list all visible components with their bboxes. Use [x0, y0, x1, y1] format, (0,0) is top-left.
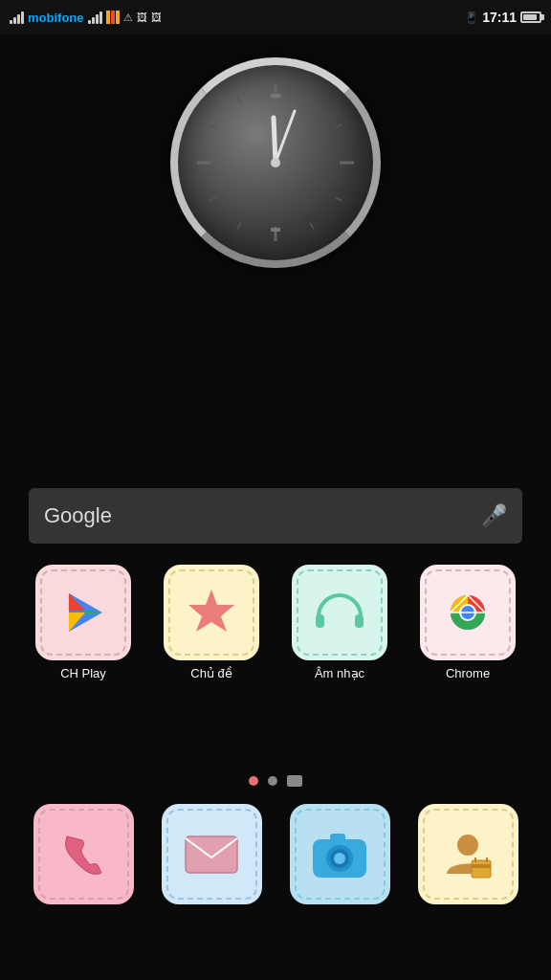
dock-item-contacts[interactable] [418, 804, 518, 904]
svg-marker-21 [188, 590, 234, 632]
svg-rect-23 [355, 614, 364, 628]
app-item-chrome[interactable]: Chrome [420, 565, 516, 680]
phone-icon: 📱 [465, 11, 478, 24]
google-label: Google [44, 503, 112, 528]
chplay-icon-wrapper[interactable] [35, 565, 131, 660]
bottom-dock [0, 804, 551, 904]
dock-item-camera[interactable] [290, 804, 390, 904]
chplay-icon [55, 584, 112, 641]
status-bar: mobifone ⚠ 🖼 🖼 📱 17:11 [0, 0, 551, 34]
amnhac-icon-wrapper[interactable] [292, 565, 387, 660]
svg-rect-15 [271, 94, 280, 98]
contacts-dock-icon-wrapper[interactable] [418, 804, 518, 904]
svg-rect-16 [271, 228, 280, 232]
app-item-amnhac[interactable]: Âm nhạc [292, 565, 387, 680]
google-search-bar[interactable]: Google 🎤 [29, 488, 522, 544]
clock-widget [170, 57, 381, 268]
image-icon: 🖼 [137, 11, 147, 23]
chude-icon [181, 582, 242, 643]
page-dot-2[interactable] [268, 776, 277, 786]
page-dot-1[interactable] [249, 776, 258, 786]
status-left: mobifone ⚠ 🖼 🖼 [10, 11, 162, 25]
contacts-dock-icon [437, 824, 498, 885]
page-indicators [249, 775, 302, 787]
time-display: 17:11 [482, 10, 517, 25]
svg-line-12 [274, 118, 276, 163]
warning-icon: ⚠ [123, 11, 133, 24]
status-right: 📱 17:11 [465, 10, 541, 25]
mail-dock-icon-wrapper[interactable] [162, 804, 262, 904]
camera-dock-icon-wrapper[interactable] [290, 804, 390, 904]
chude-icon-wrapper[interactable] [164, 565, 259, 660]
svg-line-9 [209, 197, 216, 201]
chplay-label: CH Play [60, 666, 106, 680]
svg-line-11 [237, 97, 241, 103]
chrome-icon [438, 583, 497, 642]
svg-rect-22 [316, 614, 324, 628]
phone-dock-icon [55, 827, 111, 882]
svg-point-14 [271, 158, 280, 167]
image2-icon: 🖼 [151, 11, 162, 23]
svg-line-7 [310, 222, 314, 229]
dock-item-phone[interactable] [33, 804, 134, 904]
mic-icon[interactable]: 🎤 [481, 503, 507, 528]
svg-point-36 [457, 835, 478, 856]
svg-rect-37 [472, 860, 491, 878]
chrome-icon-wrapper[interactable] [420, 565, 516, 660]
svg-rect-30 [186, 836, 237, 873]
amnhac-icon [309, 582, 370, 643]
chude-label: Chủ đề [190, 666, 231, 680]
app-item-chplay[interactable]: CH Play [35, 565, 131, 680]
chrome-label: Chrome [446, 666, 490, 680]
signal-bars [10, 11, 24, 24]
svg-line-10 [209, 124, 216, 128]
clock-svg [178, 65, 373, 260]
battery-icon [520, 11, 541, 23]
app-item-chude[interactable]: Chủ đề [164, 565, 259, 680]
svg-point-34 [334, 853, 345, 864]
dock-item-mail[interactable] [162, 804, 262, 904]
vn-logo-icon [106, 11, 120, 24]
app-grid: CH Play Chủ đề Âm nhạc [0, 565, 551, 680]
svg-line-8 [237, 222, 241, 229]
amnhac-label: Âm nhạc [315, 666, 364, 680]
phone-dock-icon-wrapper[interactable] [33, 804, 134, 904]
carrier-name: mobifone [28, 11, 84, 25]
svg-line-5 [335, 124, 342, 128]
signal-bars-2 [88, 11, 102, 24]
page-dot-3[interactable] [287, 775, 302, 787]
clock-face [170, 57, 381, 268]
camera-dock-icon [309, 826, 370, 883]
svg-line-6 [335, 197, 342, 201]
svg-line-4 [310, 97, 314, 103]
mail-dock-icon [182, 831, 241, 879]
svg-line-13 [276, 111, 295, 163]
svg-rect-35 [330, 834, 345, 843]
svg-rect-40 [472, 864, 491, 868]
